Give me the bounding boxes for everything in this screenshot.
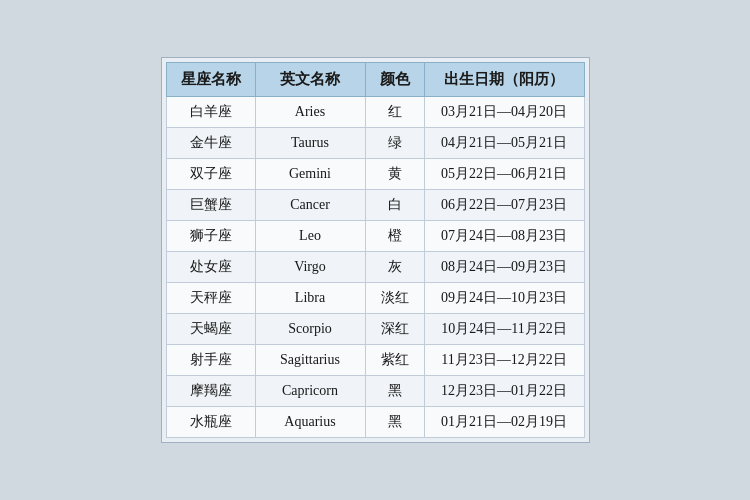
cell-chinese: 水瓶座 xyxy=(166,407,255,438)
table-row: 天秤座Libra淡红09月24日—10月23日 xyxy=(166,283,584,314)
cell-chinese: 天秤座 xyxy=(166,283,255,314)
cell-english: Leo xyxy=(255,221,365,252)
table-row: 处女座Virgo灰08月24日—09月23日 xyxy=(166,252,584,283)
cell-date: 05月22日—06月21日 xyxy=(424,159,584,190)
header-color: 颜色 xyxy=(365,63,424,97)
cell-chinese: 天蝎座 xyxy=(166,314,255,345)
cell-color: 绿 xyxy=(365,128,424,159)
cell-date: 08月24日—09月23日 xyxy=(424,252,584,283)
table-row: 巨蟹座Cancer白06月22日—07月23日 xyxy=(166,190,584,221)
cell-date: 12月23日—01月22日 xyxy=(424,376,584,407)
cell-chinese: 处女座 xyxy=(166,252,255,283)
cell-english: Gemini xyxy=(255,159,365,190)
cell-date: 06月22日—07月23日 xyxy=(424,190,584,221)
table-body: 白羊座Aries红03月21日—04月20日金牛座Taurus绿04月21日—0… xyxy=(166,97,584,438)
zodiac-table: 星座名称 英文名称 颜色 出生日期（阳历） 白羊座Aries红03月21日—04… xyxy=(166,62,585,438)
header-english: 英文名称 xyxy=(255,63,365,97)
cell-date: 11月23日—12月22日 xyxy=(424,345,584,376)
table-row: 摩羯座Capricorn黑12月23日—01月22日 xyxy=(166,376,584,407)
cell-date: 04月21日—05月21日 xyxy=(424,128,584,159)
cell-date: 10月24日—11月22日 xyxy=(424,314,584,345)
cell-color: 黄 xyxy=(365,159,424,190)
cell-english: Cancer xyxy=(255,190,365,221)
cell-color: 紫红 xyxy=(365,345,424,376)
cell-color: 黑 xyxy=(365,407,424,438)
table-row: 白羊座Aries红03月21日—04月20日 xyxy=(166,97,584,128)
cell-date: 07月24日—08月23日 xyxy=(424,221,584,252)
cell-chinese: 巨蟹座 xyxy=(166,190,255,221)
header-chinese: 星座名称 xyxy=(166,63,255,97)
cell-color: 红 xyxy=(365,97,424,128)
cell-color: 黑 xyxy=(365,376,424,407)
cell-date: 09月24日—10月23日 xyxy=(424,283,584,314)
cell-color: 白 xyxy=(365,190,424,221)
cell-english: Taurus xyxy=(255,128,365,159)
cell-english: Aries xyxy=(255,97,365,128)
cell-chinese: 摩羯座 xyxy=(166,376,255,407)
table-header-row: 星座名称 英文名称 颜色 出生日期（阳历） xyxy=(166,63,584,97)
cell-english: Libra xyxy=(255,283,365,314)
cell-date: 03月21日—04月20日 xyxy=(424,97,584,128)
cell-chinese: 金牛座 xyxy=(166,128,255,159)
cell-color: 深红 xyxy=(365,314,424,345)
header-date: 出生日期（阳历） xyxy=(424,63,584,97)
cell-english: Capricorn xyxy=(255,376,365,407)
zodiac-table-container: 星座名称 英文名称 颜色 出生日期（阳历） 白羊座Aries红03月21日—04… xyxy=(161,57,590,443)
table-row: 金牛座Taurus绿04月21日—05月21日 xyxy=(166,128,584,159)
cell-english: Aquarius xyxy=(255,407,365,438)
cell-english: Sagittarius xyxy=(255,345,365,376)
cell-color: 淡红 xyxy=(365,283,424,314)
table-row: 射手座Sagittarius紫红11月23日—12月22日 xyxy=(166,345,584,376)
cell-english: Scorpio xyxy=(255,314,365,345)
cell-color: 灰 xyxy=(365,252,424,283)
cell-color: 橙 xyxy=(365,221,424,252)
table-row: 天蝎座Scorpio深红10月24日—11月22日 xyxy=(166,314,584,345)
cell-chinese: 狮子座 xyxy=(166,221,255,252)
cell-chinese: 双子座 xyxy=(166,159,255,190)
table-row: 狮子座Leo橙07月24日—08月23日 xyxy=(166,221,584,252)
cell-date: 01月21日—02月19日 xyxy=(424,407,584,438)
table-row: 双子座Gemini黄05月22日—06月21日 xyxy=(166,159,584,190)
cell-chinese: 白羊座 xyxy=(166,97,255,128)
cell-chinese: 射手座 xyxy=(166,345,255,376)
table-row: 水瓶座Aquarius黑01月21日—02月19日 xyxy=(166,407,584,438)
cell-english: Virgo xyxy=(255,252,365,283)
